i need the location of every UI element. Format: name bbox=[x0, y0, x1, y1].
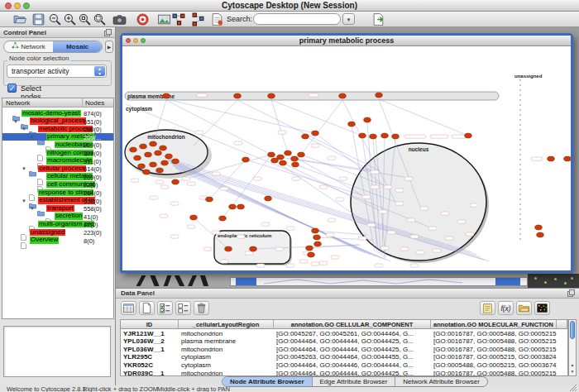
float-panel-icon[interactable] bbox=[104, 29, 112, 36]
tab-mosaic[interactable]: Mosaic bbox=[53, 41, 102, 52]
network-node[interactable] bbox=[291, 156, 299, 161]
open-session-icon[interactable] bbox=[13, 12, 27, 26]
network-node[interactable] bbox=[302, 134, 309, 139]
network-node[interactable] bbox=[172, 179, 179, 184]
snapshot-icon[interactable] bbox=[112, 12, 127, 26]
minimize-window-icon[interactable] bbox=[14, 2, 21, 9]
network-node[interactable] bbox=[206, 197, 213, 202]
network-node[interactable] bbox=[234, 93, 242, 98]
table-row[interactable]: YJR121W__1mitochondrion[GO:0045267, GO:0… bbox=[121, 330, 567, 338]
float-data-panel-icon[interactable] bbox=[567, 289, 575, 297]
select-nodes-checkbox[interactable]: ✓ bbox=[7, 84, 17, 93]
expand-arrow-icon[interactable]: ▼ bbox=[30, 134, 35, 141]
table-row[interactable]: YLR295Ccytoplasm[GO:0045263, GO:0044464,… bbox=[121, 353, 567, 361]
network-tree-row[interactable]: nucleobase-209(0) bbox=[2, 141, 113, 149]
network-node[interactable] bbox=[280, 160, 287, 165]
network-window-titlebar[interactable]: primary metabolic process bbox=[122, 36, 571, 46]
network-node[interactable] bbox=[161, 160, 169, 165]
network-node[interactable] bbox=[376, 93, 383, 98]
close-window-icon[interactable] bbox=[5, 2, 12, 9]
network-node[interactable] bbox=[156, 168, 164, 173]
network-tree-row[interactable]: unassigned223(0) bbox=[2, 228, 113, 237]
network-tree-row[interactable]: cell communicat22(0) bbox=[2, 180, 113, 189]
table-row[interactable]: YPL036W__1mitochondrion[GO:0044464, GO:0… bbox=[121, 346, 567, 354]
network-node[interactable] bbox=[150, 141, 157, 146]
network-node[interactable] bbox=[229, 204, 237, 209]
save-session-icon[interactable] bbox=[31, 12, 45, 26]
select-attributes-icon[interactable] bbox=[157, 301, 173, 315]
zoom-out-icon[interactable] bbox=[48, 12, 62, 26]
network-node[interactable] bbox=[271, 158, 279, 163]
network-node[interactable] bbox=[237, 204, 245, 209]
table-scrollbar[interactable]: ▲ ▼ bbox=[568, 319, 577, 376]
annotation-icon[interactable] bbox=[210, 12, 224, 26]
column-header[interactable]: annotation.GO CELLULAR_COMPONENT bbox=[274, 320, 431, 329]
expand-arrow-icon[interactable]: ▼ bbox=[22, 165, 26, 172]
network-tree-row[interactable]: multi-organism pro42(0) bbox=[2, 220, 113, 228]
network-node[interactable] bbox=[348, 122, 356, 127]
expand-arrow-icon[interactable]: ▼ bbox=[22, 126, 26, 132]
unselect-attributes-icon[interactable] bbox=[175, 301, 191, 315]
network-node[interactable] bbox=[268, 93, 275, 98]
network-node[interactable] bbox=[130, 147, 137, 152]
network-node[interactable] bbox=[292, 162, 299, 167]
tab-network[interactable]: Network bbox=[4, 41, 53, 52]
network-tree-row[interactable]: macromolecule311(0) bbox=[2, 157, 113, 165]
network-node[interactable] bbox=[313, 235, 321, 240]
network-node[interactable] bbox=[364, 117, 371, 122]
network-node[interactable] bbox=[145, 152, 152, 157]
birds-eye-view-panel[interactable] bbox=[3, 326, 111, 377]
network-node[interactable] bbox=[250, 246, 257, 251]
expand-arrow-icon[interactable]: ▼ bbox=[13, 118, 18, 125]
expand-arrow-icon[interactable]: ▼ bbox=[22, 198, 26, 204]
network-node[interactable] bbox=[265, 196, 272, 201]
delete-attribute-icon[interactable] bbox=[194, 301, 209, 315]
network-node[interactable] bbox=[143, 170, 151, 174]
search-options-dropdown[interactable]: ▾ bbox=[342, 13, 355, 25]
attribute-editor-icon[interactable] bbox=[480, 301, 495, 315]
column-header[interactable]: _cellularLayoutRegion bbox=[179, 320, 274, 329]
node-color-dropdown[interactable]: transporter activity ▲▼ bbox=[7, 65, 107, 78]
network-tree-row[interactable]: ▼biological_process651(0) bbox=[2, 117, 113, 126]
network-node[interactable] bbox=[134, 155, 141, 160]
network-node[interactable] bbox=[381, 133, 389, 138]
table-row[interactable]: YKR052Ccytoplasm[GO:0044464, GO:0044446,… bbox=[121, 361, 567, 370]
network-node[interactable] bbox=[339, 93, 347, 98]
function-builder-icon[interactable]: f(x) bbox=[498, 301, 514, 315]
network-node[interactable] bbox=[537, 232, 544, 237]
new-attribute-icon[interactable] bbox=[139, 301, 155, 315]
attribute-table-icon[interactable] bbox=[121, 301, 136, 315]
network-node[interactable] bbox=[535, 225, 543, 230]
network-tree-row[interactable]: ▼establishment of lo558(0) bbox=[2, 197, 113, 205]
network-node[interactable] bbox=[564, 156, 571, 161]
network-node[interactable] bbox=[359, 133, 366, 138]
scroll-up-icon[interactable]: ▲ bbox=[569, 361, 576, 368]
help-icon[interactable] bbox=[136, 12, 150, 26]
network-node[interactable] bbox=[268, 152, 275, 157]
network-node[interactable] bbox=[138, 164, 146, 169]
layout-icon-1[interactable] bbox=[172, 12, 186, 26]
network-node[interactable] bbox=[190, 215, 198, 220]
column-header[interactable]: ID bbox=[121, 320, 179, 329]
more-tabs-button[interactable]: ▶ bbox=[105, 41, 113, 53]
matrix-view-icon[interactable] bbox=[534, 301, 550, 315]
network-node[interactable] bbox=[392, 134, 400, 139]
network-node[interactable] bbox=[150, 162, 157, 167]
scrollbar-thumb[interactable] bbox=[570, 321, 575, 339]
column-header[interactable]: annotation.GO MOLECULAR_FUNCTION bbox=[431, 320, 557, 329]
network-tree-row[interactable]: ▼primary metabo209(... bbox=[2, 133, 113, 141]
image-export-icon[interactable] bbox=[157, 12, 171, 26]
zoom-selected-icon[interactable] bbox=[78, 12, 92, 26]
network-node[interactable] bbox=[465, 133, 472, 138]
network-node[interactable] bbox=[298, 152, 305, 157]
resize-grip[interactable] bbox=[569, 384, 577, 391]
network-node[interactable] bbox=[165, 154, 173, 159]
scroll-down-icon[interactable]: ▼ bbox=[569, 368, 576, 375]
network-tree-row[interactable]: secretion41(0) bbox=[2, 213, 113, 221]
background-window-strip[interactable] bbox=[116, 274, 579, 288]
expand-arrow-icon[interactable]: ▼ bbox=[30, 205, 35, 212]
network-node[interactable] bbox=[370, 134, 377, 139]
network-node[interactable] bbox=[155, 151, 162, 155]
zoom-in-icon[interactable] bbox=[63, 12, 77, 26]
network-node[interactable] bbox=[242, 157, 250, 162]
